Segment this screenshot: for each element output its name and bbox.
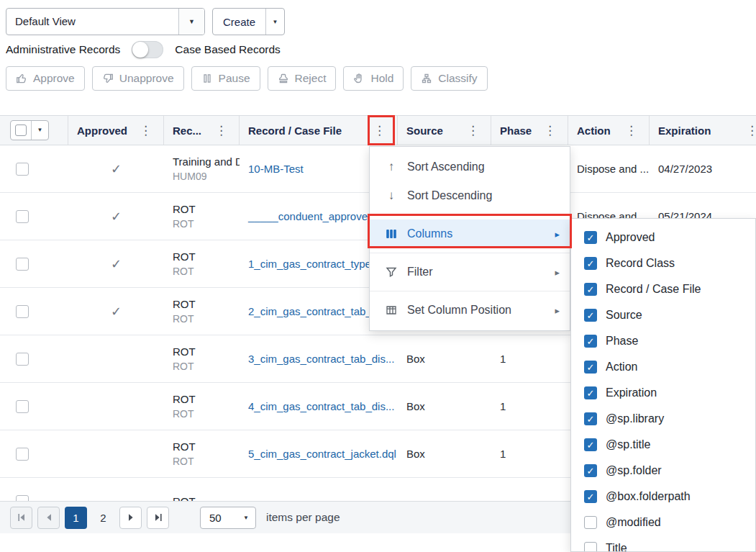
actions-toolbar: Approve Unapprove Pause Reject Hold Clas… [6,66,488,91]
reject-stamp-icon [278,73,289,84]
checked-checkbox-icon[interactable]: ✓ [584,412,597,425]
approve-label: Approve [33,72,75,85]
unapprove-button[interactable]: Unapprove [92,66,184,91]
approve-button[interactable]: Approve [6,66,85,91]
column-toggle-label: Title [606,542,627,552]
menu-item-set-column-position[interactable]: Set Column Position ▸ [370,296,570,325]
phase-cell: 1 [491,335,568,382]
column-toggle-sp-library[interactable]: ✓@sp.library [571,406,755,432]
row-checkbox[interactable] [16,258,29,271]
row-checkbox[interactable] [16,353,29,366]
phase-cell: 1 [491,383,568,430]
column-toggle-sp-folder[interactable]: ✓@sp.folder [571,458,755,484]
checked-checkbox-icon[interactable]: ✓ [584,438,597,451]
chevron-down-icon[interactable]: ▼ [178,9,204,35]
unchecked-checkbox-icon[interactable] [584,542,597,552]
menu-separator [370,291,570,291]
column-toggle-box-folderpath[interactable]: ✓@box.folderpath [571,484,755,510]
record-file-link[interactable]: 1_cim_gas_contract_type [248,258,371,270]
checked-checkbox-icon[interactable]: ✓ [584,283,597,296]
sort-ascending-icon: ↑ [384,160,399,174]
record-file-link[interactable]: 4_cim_gas_contract_tab_dis... [248,400,394,412]
previous-page-button[interactable] [37,507,60,529]
pause-button[interactable]: Pause [191,66,260,91]
action-header-label: Action [577,125,611,137]
record-class-name: ROT [173,250,196,264]
column-header-approved[interactable]: Approved ⋮ [68,116,164,145]
set-column-position-label: Set Column Position [407,304,511,317]
unchecked-checkbox-icon[interactable] [584,516,597,529]
column-toggle-source[interactable]: ✓Source [571,302,755,328]
column-toggle-approved[interactable]: ✓Approved [571,225,755,250]
record-file-link[interactable]: 2_cim_gas_contract_tab_ [248,305,372,317]
page-2-button[interactable]: 2 [92,507,114,529]
approved-column-menu-icon[interactable]: ⋮ [140,125,152,137]
records-grid-screen: Default View ▼ Create ▼ Administrative R… [0,0,756,552]
checked-checkbox-icon[interactable]: ✓ [584,361,597,374]
column-header-record-case-file[interactable]: Record / Case File ⋮ [240,116,398,145]
column-toggle-action[interactable]: ✓Action [571,354,755,380]
source-column-menu-icon[interactable]: ⋮ [467,125,479,137]
record-file-link[interactable]: 5_cim_gas_contract_jacket.dql [248,448,396,460]
checked-checkbox-icon[interactable]: ✓ [584,490,597,503]
checked-checkbox-icon[interactable]: ✓ [584,386,597,399]
column-toggle-expiration[interactable]: ✓Expiration [571,380,755,406]
record-class-name: Training and D [173,155,240,169]
checked-checkbox-icon[interactable]: ✓ [584,231,597,244]
column-header-record-class[interactable]: Rec... ⋮ [164,116,240,145]
column-toggle-title[interactable]: Title [571,535,755,552]
expiration-column-menu-icon[interactable]: ⋮ [746,125,756,137]
column-toggle-modified[interactable]: @modified [571,510,755,535]
checked-checkbox-icon[interactable]: ✓ [584,464,597,477]
column-toggle-phase[interactable]: ✓Phase [571,328,755,354]
column-toggle-record-class[interactable]: ✓Record Class [571,250,755,276]
row-checkbox[interactable] [16,210,29,223]
classify-button[interactable]: Classify [411,66,487,91]
record-class-code: ROT [173,407,194,421]
record-file-link[interactable]: 3_cim_gas_contract_tab_dis... [248,353,394,365]
view-selector[interactable]: Default View ▼ [6,8,205,35]
checked-checkbox-icon[interactable]: ✓ [584,257,597,270]
checked-checkbox-icon[interactable]: ✓ [584,335,597,348]
menu-item-sort-ascending[interactable]: ↑ Sort Ascending [370,153,570,181]
row-checkbox[interactable] [16,448,29,461]
row-checkbox[interactable] [16,400,29,413]
checked-checkbox-icon[interactable]: ✓ [584,309,597,322]
next-page-button[interactable] [119,507,142,529]
menu-item-filter[interactable]: Filter ▸ [370,258,570,286]
column-header-expiration[interactable]: Expiration ⋮ [650,116,756,145]
row-checkbox[interactable] [16,163,29,176]
records-mode-toggle[interactable] [132,41,163,58]
row-checkbox[interactable] [16,305,29,318]
column-header-action[interactable]: Action ⋮ [568,116,650,145]
column-header-source[interactable]: Source ⋮ [398,116,491,145]
column-toggle-sp-title[interactable]: ✓@sp.title [571,432,755,458]
column-toggle-record-case-file[interactable]: ✓Record / Case File [571,276,755,302]
page-size-select[interactable]: 50 ▼ [200,507,256,529]
record-file-link[interactable]: 10-MB-Test [248,163,304,175]
reject-button[interactable]: Reject [268,66,337,91]
page-1-button[interactable]: 1 [65,507,87,529]
record-case-file-column-menu-icon[interactable]: ⋮ [373,125,386,137]
column-toggle-label: Action [606,361,637,374]
hold-button[interactable]: Hold [343,66,404,91]
first-page-button[interactable] [10,507,32,529]
approved-check-icon: ✓ [111,304,122,320]
create-dropdown-icon[interactable]: ▼ [265,9,284,35]
create-button[interactable]: Create [213,9,265,35]
menu-item-sort-descending[interactable]: ↓ Sort Descending [370,181,570,210]
page-size-dropdown-icon[interactable]: ▼ [237,515,255,521]
select-all-control[interactable]: ▼ [10,120,49,140]
record-file-link[interactable]: _____conduent_approve [248,210,368,222]
last-page-button[interactable] [147,507,169,529]
column-header-phase[interactable]: Phase ⋮ [491,116,568,145]
menu-item-columns[interactable]: Columns ▸ [370,220,570,248]
row-checkbox[interactable] [16,495,29,502]
record-class-column-menu-icon[interactable]: ⋮ [215,125,227,137]
phase-column-menu-icon[interactable]: ⋮ [544,125,556,137]
action-column-menu-icon[interactable]: ⋮ [625,125,637,137]
record-class-code: ROT [173,359,194,374]
select-all-checkbox[interactable] [15,125,27,136]
select-all-dropdown-icon[interactable]: ▼ [31,121,48,140]
columns-submenu-arrow-icon: ▸ [555,229,560,240]
